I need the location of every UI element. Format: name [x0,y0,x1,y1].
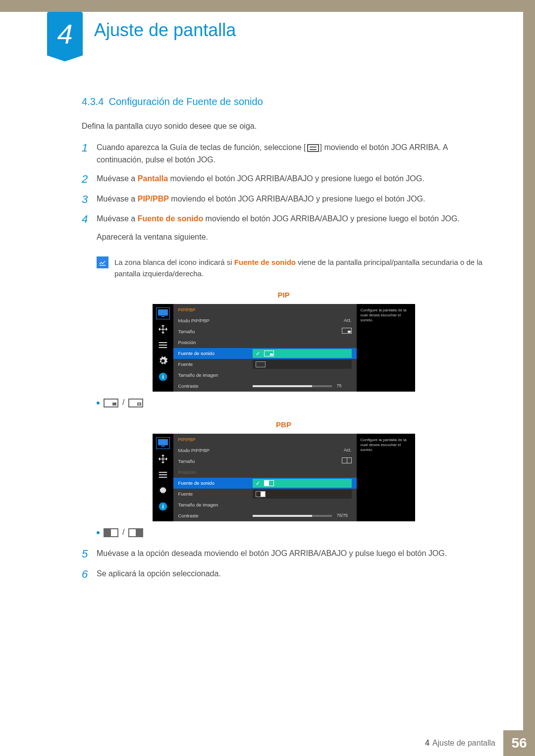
info-icon: i [157,371,169,382]
step-4: 4 Muévase a Fuente de sonido moviendo el… [82,213,485,250]
osd-main: PIP/PBP Modo PIP/PBPAct. Tamaño Posición… [173,304,357,392]
osd-sidebar: i [153,434,173,522]
right-screen-icon [256,491,266,497]
footer-chapter-number: 4 [425,739,429,748]
osd-help-panel: Configure la pantalla de la cual desea e… [357,304,415,392]
keyword-pantalla: Pantalla [138,174,168,183]
move-icon [157,324,169,335]
menu-icon [307,144,319,152]
section-number: 4.3.4 [82,94,104,109]
osd-row-fuente-sonido: Fuente de sonido ✓ [173,478,357,489]
osd-row-tamano: Tamaño [173,456,357,467]
bullet-icon [97,531,100,534]
svg-rect-7 [158,439,168,445]
step-number: 1 [82,142,97,154]
svg-rect-0 [158,309,168,315]
osd-main: PIP/PBP Modo PIP/PBPAct. Tamaño Posición… [173,434,357,522]
osd-row-contraste: Contraste75 [173,381,357,392]
monitor-icon [157,308,169,319]
step1-text-a: Cuando aparezca la Guía de teclas de fun… [97,143,306,151]
chapter-title: Ajuste de pantalla [94,20,236,41]
section-title: Configuración de Fuente de sonido [108,96,263,107]
chapter-badge: 4 [47,12,83,55]
intro-text: Defina la pantalla cuyo sonido desee que… [82,120,485,133]
left-screen-legend-icon [104,528,118,537]
osd-help-panel: Configure la pantalla de la cual desea e… [357,434,415,522]
right-screen-legend-icon [128,528,143,537]
keyword-fuente-sonido: Fuente de sonido [138,214,203,223]
section-heading: 4.3.4Configuración de Fuente de sonido [82,94,485,109]
osd-pbp: i PIP/PBP Modo PIP/PBPAct. Tamaño Posici… [153,434,415,522]
check-icon: ✓ [256,350,260,358]
svg-rect-8 [161,446,164,447]
osd-row-fuente: Fuente [173,489,357,500]
slider-bar [253,515,332,517]
note-block: La zona blanca del icono indicará si Fue… [97,256,485,280]
top-accent-bar [0,0,535,12]
right-accent-bar [523,0,535,756]
osd-row-posicion: Posición [173,337,357,348]
monitor-icon [157,438,169,449]
osd-option-alt [253,360,352,369]
step-2: 2 Muévase a Pantalla moviendo el botón J… [82,173,485,186]
list-icon [157,340,169,351]
step-number: 3 [82,193,97,206]
legend-pip: / [97,397,485,409]
legend-pbp: / [97,526,485,539]
keyword-pippbp: PIP/PBP [138,195,169,203]
step-number: 2 [82,173,97,186]
osd-label-pbp: PBP [82,419,485,430]
step-5: 5 Muévase a la opción deseada moviendo e… [82,548,485,560]
gear-icon [157,355,169,366]
osd-row-modo: Modo PIP/PBPAct. [173,315,357,326]
osd-row-tamano-imagen: Tamaño de imagen [173,500,357,510]
osd-option-selected: ✓ [253,349,352,358]
step-number: 6 [82,568,97,581]
step-6: 6 Se aplicará la opción seleccionada. [82,568,485,581]
osd-row-contraste: Contraste75/75 [173,510,357,521]
step-number: 4 [82,213,97,226]
osd-option-selected: ✓ [253,479,352,488]
svg-text:i: i [162,503,163,509]
pip-small-icon [342,328,352,334]
osd-row-fuente-sonido: Fuente de sonido ✓ [173,348,357,359]
osd-row-fuente: Fuente [173,359,357,370]
osd-sidebar: i [153,304,173,392]
footer-chapter-title: Ajuste de pantalla [432,739,495,748]
sub-screen-legend-icon [128,399,143,407]
sub-screen-icon [256,361,266,367]
osd-row-modo: Modo PIP/PBPAct. [173,445,357,456]
osd-row-tamano: Tamaño [173,326,357,337]
step-3: 3 Muévase a PIP/PBP moviendo el botón JO… [82,193,485,206]
osd-row-posicion-disabled: Posición [173,467,357,478]
page-footer: 4 Ajuste de pantalla 56 [0,730,535,756]
footer-page-number: 56 [503,730,535,756]
keyword-fuente-sonido: Fuente de sonido [234,258,296,266]
move-icon [157,454,169,464]
left-screen-icon [264,480,274,486]
list-icon [157,469,169,480]
info-icon: i [157,501,169,512]
note-icon [97,256,108,268]
main-screen-legend-icon [104,399,118,407]
step-1: 1 Cuando aparezca la Guía de teclas de f… [82,142,485,166]
step4-subtext: Aparecerá la ventana siguiente. [97,231,485,244]
gear-icon [157,485,169,496]
pbp-split-icon [342,457,352,463]
bullet-icon [97,402,100,404]
osd-pip: i PIP/PBP Modo PIP/PBPAct. Tamaño Posici… [153,304,415,392]
slider-bar [253,385,332,387]
svg-rect-1 [161,316,164,317]
check-icon: ✓ [256,479,260,488]
osd-row-tamano-imagen: Tamaño de imagen [173,370,357,381]
main-screen-icon [264,351,274,356]
osd-header: PIP/PBP [173,304,357,316]
step-number: 5 [82,548,97,560]
osd-label-pip: PIP [82,289,485,301]
osd-header: PIP/PBP [173,434,357,446]
osd-option-alt [253,490,352,499]
svg-text:i: i [162,373,163,380]
